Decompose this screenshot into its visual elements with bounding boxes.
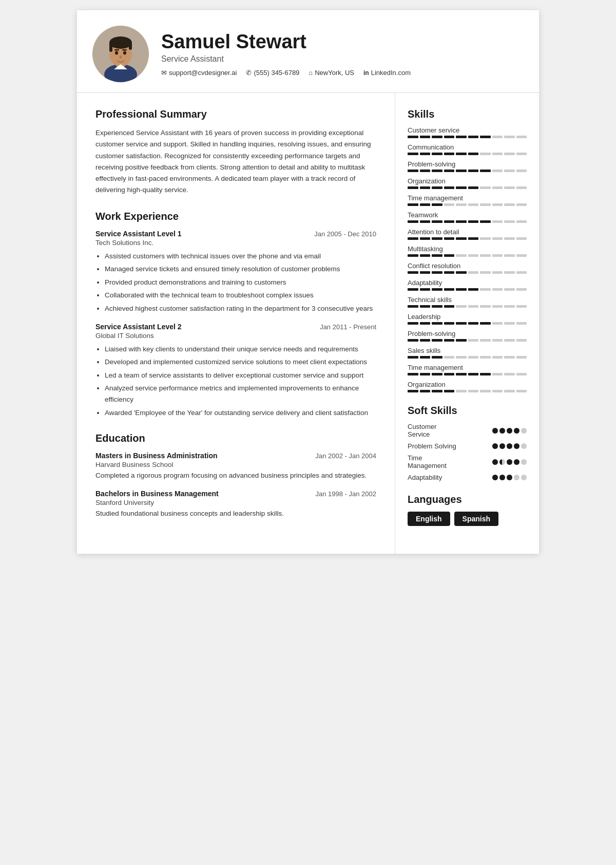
skill-segment	[420, 254, 431, 257]
skill-segment	[432, 254, 442, 257]
skill-segment	[480, 170, 491, 172]
soft-skill-dots	[492, 443, 527, 449]
dot	[499, 459, 505, 465]
skill-segment	[432, 237, 442, 240]
lang-english: English	[408, 512, 450, 526]
skill-segment	[420, 170, 431, 172]
skill-segment	[492, 390, 503, 392]
list-item: Managed service tickets and ensured time…	[105, 264, 376, 275]
skill-segment	[492, 271, 503, 274]
dot	[521, 475, 527, 480]
skill-item: Organization	[408, 381, 527, 392]
dot	[499, 443, 505, 449]
skill-segment	[492, 305, 503, 308]
list-item: Assisted customers with technical issues…	[105, 251, 376, 262]
skill-segment	[408, 237, 418, 240]
skill-segment	[504, 339, 515, 342]
skills-list: Customer serviceCommunicationProblem-sol…	[408, 126, 527, 392]
skill-segment	[408, 220, 418, 223]
email-icon: ✉	[161, 69, 167, 77]
skill-segment	[420, 390, 431, 392]
list-item: Awarded 'Employee of the Year' for outst…	[105, 407, 376, 419]
skill-segment	[420, 237, 431, 240]
skills-title: Skills	[408, 108, 527, 120]
skill-bar	[408, 203, 527, 206]
dot	[492, 459, 498, 465]
svg-rect-5	[109, 43, 112, 52]
skill-segment	[420, 153, 431, 155]
job-1-date: Jan 2005 - Dec 2010	[314, 230, 376, 238]
skill-segment	[516, 339, 527, 342]
skill-segment	[432, 271, 442, 274]
skill-segment	[468, 136, 479, 138]
skill-segment	[432, 390, 442, 392]
dot	[507, 428, 512, 434]
candidate-title: Service Assistant	[161, 54, 518, 64]
email-text: support@cvdesigner.ai	[169, 69, 237, 77]
skill-segment	[444, 322, 455, 325]
edu-1-degree: Masters in Business Administration	[95, 452, 218, 460]
edu-2-school: Stanford University	[95, 499, 376, 506]
skill-segment	[504, 186, 515, 189]
skill-segment	[480, 339, 491, 342]
skill-segment	[468, 288, 479, 291]
skill-segment	[516, 322, 527, 325]
dot	[507, 475, 512, 480]
job-1-header: Service Assistant Level 1 Jan 2005 - Dec…	[95, 230, 376, 238]
skill-segment	[432, 186, 442, 189]
svg-point-8	[123, 51, 126, 55]
dot	[514, 428, 519, 434]
dot	[514, 443, 519, 449]
skill-segment	[432, 153, 442, 155]
skill-segment	[480, 153, 491, 155]
skill-name: Time management	[408, 364, 527, 371]
skill-name: Customer service	[408, 126, 527, 134]
list-item: Liaised with key clients to understand t…	[105, 344, 376, 355]
skill-name: Time management	[408, 194, 527, 202]
soft-skill-name: Customer Service	[408, 423, 436, 438]
skill-segment	[504, 203, 515, 206]
skill-segment	[444, 153, 455, 155]
dot	[521, 443, 527, 449]
skill-segment	[408, 322, 418, 325]
skill-segment	[432, 220, 442, 223]
skill-segment	[456, 356, 467, 359]
contact-linkedin: in LinkedIn.com	[363, 69, 411, 77]
skill-segment	[408, 170, 418, 172]
skill-segment	[468, 390, 479, 392]
skill-name: Organization	[408, 177, 527, 185]
skill-name: Organization	[408, 381, 527, 388]
soft-skill-name: Problem Solving	[408, 442, 456, 450]
skill-segment	[468, 254, 479, 257]
soft-skill-item: Problem Solving	[408, 442, 527, 450]
skill-segment	[408, 186, 418, 189]
skill-segment	[444, 170, 455, 172]
list-item: Analyzed service performance metrics and…	[105, 383, 376, 405]
skill-segment	[504, 220, 515, 223]
candidate-name: Samuel Stewart	[161, 31, 518, 53]
dot	[507, 459, 512, 465]
skill-segment	[492, 356, 503, 359]
contact-location: ⌂ NewYork, US	[309, 69, 354, 77]
skill-bar	[408, 186, 527, 189]
skill-segment	[456, 271, 467, 274]
skill-segment	[456, 339, 467, 342]
skill-segment	[444, 305, 455, 308]
svg-rect-9	[114, 49, 119, 51]
skill-segment	[492, 186, 503, 189]
skill-segment	[516, 186, 527, 189]
soft-skills-list: Customer ServiceProblem SolvingTime Mana…	[408, 423, 527, 481]
skill-name: Problem-solving	[408, 330, 527, 337]
skill-segment	[468, 237, 479, 240]
skill-name: Teamwork	[408, 211, 527, 219]
soft-skill-item: Customer Service	[408, 423, 527, 438]
skill-segment	[480, 254, 491, 257]
skill-bar	[408, 170, 527, 172]
skill-item: Attention to detail	[408, 228, 527, 240]
skill-segment	[516, 203, 527, 206]
job-2-title: Service Assistant Level 2	[95, 323, 182, 331]
list-item: Led a team of service assistants to deli…	[105, 370, 376, 381]
skill-segment	[432, 356, 442, 359]
skills-section: Skills Customer serviceCommunicationProb…	[408, 108, 527, 392]
skill-name: Conflict resolution	[408, 262, 527, 270]
